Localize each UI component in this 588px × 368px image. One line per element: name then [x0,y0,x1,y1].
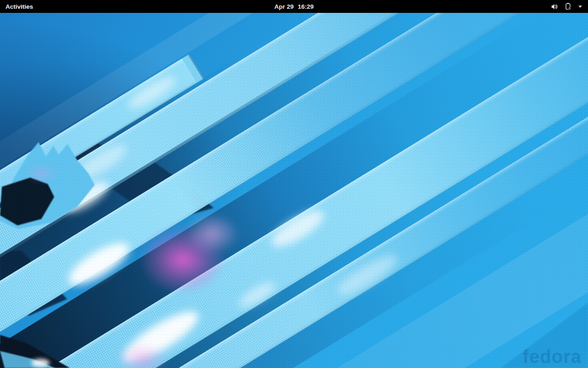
battery-charging-icon [564,2,572,11]
desktop: Activities Apr 29 16:29 [0,0,588,368]
clock-date: Apr 29 [274,3,294,10]
system-menu-button[interactable] [545,0,588,13]
wallpaper-peak-shapes [0,13,588,368]
clock-button[interactable]: Apr 29 16:29 [274,0,314,13]
desktop-wallpaper[interactable]: fedora [0,13,588,368]
activities-button[interactable]: Activities [0,0,39,13]
chevron-down-icon [578,5,582,8]
clock-time: 16:29 [298,3,314,10]
volume-icon [550,3,558,11]
top-bar: Activities Apr 29 16:29 [0,0,588,13]
